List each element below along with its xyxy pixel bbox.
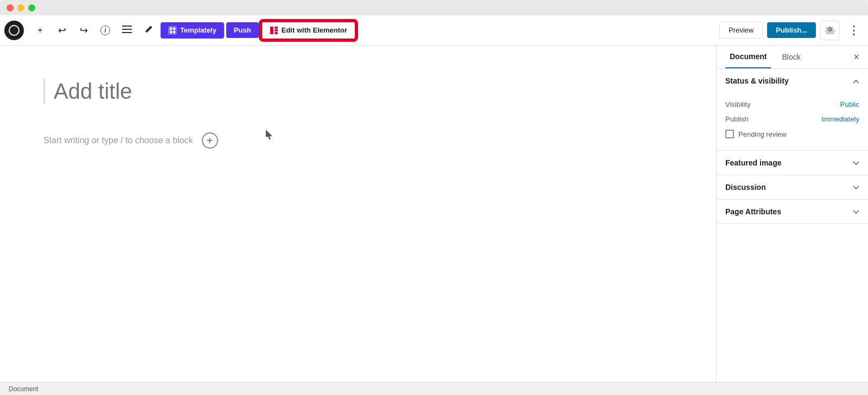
list-icon [122,26,132,35]
sidebar: Document Block × Status & visibility Vis… [716,46,868,382]
add-block-plus-icon: + [207,135,213,146]
redo-icon: ↪ [80,24,88,36]
section-discussion: Discussion [717,175,868,200]
publish-label: Publish... [776,26,807,34]
section-discussion-header[interactable]: Discussion [717,175,868,199]
gear-icon [825,24,835,36]
redo-button[interactable]: ↪ [74,21,93,40]
elementor-label: Edit with Elementor [282,26,347,34]
section-page-attributes-label: Page Attributes [725,207,781,216]
section-discussion-label: Discussion [725,183,766,192]
section-featured-image: Featured image [717,151,868,175]
section-featured-image-label: Featured image [725,158,781,167]
section-status-visibility-header[interactable]: Status & visibility [717,69,868,93]
templately-icon [168,26,177,35]
visibility-value[interactable]: Public [840,100,859,109]
pending-review-label: Pending review [738,130,787,138]
add-block-button[interactable]: + [202,132,218,149]
publish-row: Publish Immediately [725,112,859,126]
close-icon: × [853,52,859,62]
templately-label: Templately [180,26,216,34]
section-status-visibility-label: Status & visibility [725,77,789,85]
window-chrome [0,0,868,15]
main-layout: Start writing or type / to choose a bloc… [0,46,868,382]
publish-button[interactable]: Publish... [767,22,816,38]
pencil-icon [144,25,153,36]
svg-rect-2 [122,32,132,33]
more-icon: ⋮ [848,23,860,37]
editor-content[interactable]: Start writing or type / to choose a bloc… [0,46,716,382]
chevron-up-icon [853,77,859,85]
settings-button[interactable] [820,21,840,40]
preview-button[interactable]: Preview [719,22,763,39]
edit-with-elementor-button[interactable]: Edit with Elementor [261,21,356,40]
chevron-down-icon-featured [853,158,859,167]
traffic-light-green[interactable] [28,4,35,11]
traffic-light-red[interactable] [7,4,14,11]
status-bar-label: Document [9,385,39,393]
elementor-icon [270,26,278,35]
section-status-visibility: Status & visibility Visibility Public Pu… [717,69,868,151]
info-icon: i [100,26,110,35]
svg-rect-9 [275,29,278,31]
svg-rect-7 [270,27,273,34]
tab-document[interactable]: Document [725,46,771,68]
status-bar: Document [0,382,868,395]
svg-rect-5 [170,31,172,33]
block-placeholder-text: Start writing or type / to choose a bloc… [43,136,193,145]
add-block-toolbar-button[interactable]: + [30,21,50,40]
undo-icon: ↩ [58,24,66,36]
templately-button[interactable]: Templately [161,22,224,39]
svg-rect-4 [173,28,175,30]
svg-rect-8 [275,27,278,29]
edit-mode-button[interactable] [139,21,158,40]
tab-block[interactable]: Block [777,46,805,68]
preview-label: Preview [729,26,754,34]
publish-label: Publish [725,115,749,123]
traffic-light-yellow[interactable] [17,4,24,11]
post-title-input[interactable] [43,78,673,104]
visibility-row: Visibility Public [725,97,859,112]
push-button[interactable]: Push [226,22,259,38]
toolbar: + ↩ ↪ i Templately Push Edit with Elemen… [0,15,868,46]
svg-rect-6 [173,31,175,33]
svg-rect-10 [275,32,278,34]
publish-value[interactable]: Immediately [821,115,859,123]
section-status-visibility-content: Visibility Public Publish Immediately Pe… [717,93,868,150]
visibility-label: Visibility [725,100,751,109]
editor-area: Start writing or type / to choose a bloc… [0,46,716,382]
more-options-button[interactable]: ⋮ [844,21,864,40]
toolbar-right: Preview Publish... ⋮ [719,21,864,40]
sidebar-close-button[interactable]: × [853,46,859,68]
svg-rect-3 [170,28,172,30]
wp-logo-inner [9,25,20,36]
list-view-button[interactable] [117,21,137,40]
svg-rect-1 [122,29,132,30]
section-featured-image-header[interactable]: Featured image [717,151,868,175]
section-page-attributes-header[interactable]: Page Attributes [717,200,868,224]
section-page-attributes: Page Attributes [717,200,868,224]
push-label: Push [234,26,251,34]
chevron-down-icon-discussion [853,183,859,192]
chevron-down-icon-page-attrs [853,207,859,216]
pending-review-checkbox[interactable] [725,130,734,138]
wp-logo [4,21,24,40]
plus-icon: + [37,26,42,35]
sidebar-tabs: Document Block × [717,46,868,69]
info-button[interactable]: i [95,21,115,40]
svg-rect-0 [122,26,132,27]
editor-block-area: Start writing or type / to choose a bloc… [43,132,673,149]
undo-button[interactable]: ↩ [52,21,72,40]
pending-review-row: Pending review [725,126,859,142]
